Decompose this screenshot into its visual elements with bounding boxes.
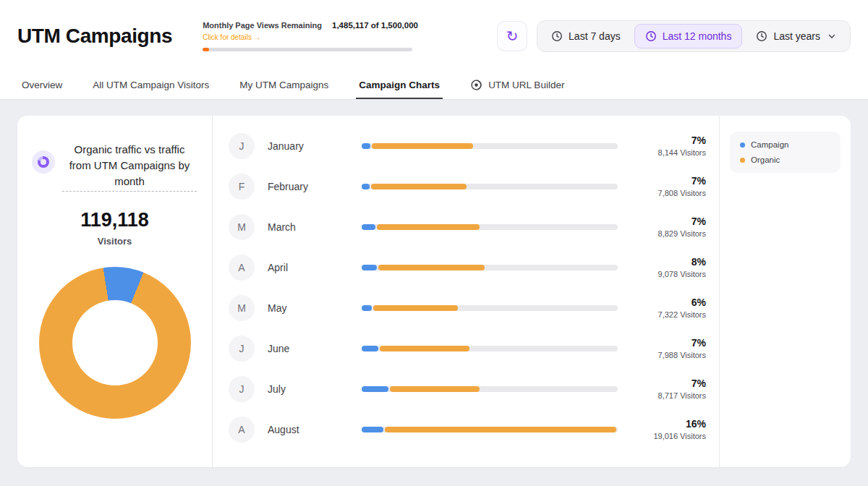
month-percent: 16% xyxy=(631,417,706,431)
tab-label: Overview xyxy=(22,80,62,90)
month-visitors: 9,078 Visitors xyxy=(631,269,706,281)
bar-campaign-segment xyxy=(362,386,388,392)
monthly-bars: J January 7% 8,144 Visitors F February 7… xyxy=(213,116,719,467)
bar-organic-segment xyxy=(372,143,473,149)
month-badge: M xyxy=(229,214,255,240)
month-label: August xyxy=(268,424,349,435)
legend-label: Organic xyxy=(751,155,780,164)
tab[interactable]: UTM URL Builder xyxy=(467,72,567,99)
bar-track xyxy=(362,386,618,392)
bar-track xyxy=(362,427,618,432)
month-stats: 16% 19,016 Visitors xyxy=(631,417,706,443)
bar-track xyxy=(362,305,618,311)
range-group: Last 7 days Last 12 months Last years xyxy=(537,20,851,52)
month-stats: 7% 7,808 Visitors xyxy=(631,174,706,200)
tab-label: My UTM Campaigns xyxy=(239,80,328,90)
bar-organic-segment xyxy=(385,427,616,432)
bar-campaign-segment xyxy=(362,224,375,230)
month-badge: J xyxy=(229,376,255,402)
main-content: Organic traffic vs traffic from UTM Camp… xyxy=(0,100,868,483)
month-label: January xyxy=(268,140,349,152)
utm-url-builder-icon xyxy=(470,79,482,91)
month-visitors: 7,988 Visitors xyxy=(631,350,706,362)
chevron-down-icon xyxy=(827,32,836,40)
summary-column: Organic traffic vs traffic from UTM Camp… xyxy=(17,116,213,467)
tab[interactable]: Campaign Charts xyxy=(356,72,443,99)
tab-label: UTM URL Builder xyxy=(488,80,564,90)
month-row: J June 7% 7,988 Visitors xyxy=(229,328,706,369)
month-badge: J xyxy=(229,133,255,159)
bar-campaign-segment xyxy=(362,346,378,351)
month-visitors: 7,322 Visitors xyxy=(631,310,706,321)
legend-item: Organic xyxy=(740,155,830,164)
month-row: M May 6% 7,322 Visitors xyxy=(229,288,706,328)
bar-campaign-segment xyxy=(362,305,372,311)
month-row: A April 8% 9,078 Visitors xyxy=(229,247,706,288)
month-stats: 7% 8,144 Visitors xyxy=(631,133,706,159)
month-visitors: 19,016 Visitors xyxy=(631,431,706,443)
month-stats: 6% 7,322 Visitors xyxy=(631,295,706,321)
chart-title: Organic traffic vs traffic from UTM Camp… xyxy=(62,142,197,192)
quota-label: Monthly Page Views Remaining xyxy=(203,21,322,30)
bar-track xyxy=(362,143,618,149)
month-percent: 7% xyxy=(631,336,706,350)
tab[interactable]: Overview xyxy=(19,72,65,99)
month-label: February xyxy=(268,181,349,192)
month-label: March xyxy=(268,221,349,233)
month-visitors: 8,829 Visitors xyxy=(631,229,706,240)
month-label: April xyxy=(268,262,349,273)
chart-card: Organic traffic vs traffic from UTM Camp… xyxy=(17,116,851,467)
tab[interactable]: All UTM Campaign Visitors xyxy=(90,72,212,99)
quota-value: 1,485,117 of 1,500,000 xyxy=(332,21,418,30)
total-visitors-label: Visitors xyxy=(17,236,212,247)
refresh-button[interactable]: ↻ xyxy=(498,22,527,51)
month-stats: 7% 7,988 Visitors xyxy=(631,336,706,362)
range-label: Last 7 days xyxy=(569,30,621,42)
month-percent: 6% xyxy=(631,295,706,310)
month-badge: A xyxy=(229,255,255,281)
legend-label: Campaign xyxy=(751,140,788,149)
month-badge: A xyxy=(229,417,255,443)
bar-organic-segment xyxy=(371,184,467,189)
bar-campaign-segment xyxy=(362,184,370,189)
month-stats: 7% 8,829 Visitors xyxy=(631,214,706,240)
month-percent: 7% xyxy=(631,174,706,188)
month-row: F February 7% 7,808 Visitors xyxy=(229,166,706,207)
range-label: Last 12 months xyxy=(663,30,732,42)
month-label: May xyxy=(268,302,349,314)
bar-campaign-segment xyxy=(362,265,377,270)
range-button[interactable]: Last 7 days xyxy=(540,24,631,48)
range-button[interactable]: Last 12 months xyxy=(634,24,743,48)
bar-organic-segment xyxy=(373,305,458,311)
month-row: J January 7% 8,144 Visitors xyxy=(229,126,706,166)
page-views-quota: Monthly Page Views Remaining 1,485,117 o… xyxy=(203,21,420,51)
bar-organic-segment xyxy=(378,265,485,270)
range-button[interactable]: Last years xyxy=(745,24,847,48)
month-row: M March 7% 8,829 Visitors xyxy=(229,207,706,247)
quota-progress-fill xyxy=(203,48,209,51)
month-stats: 8% 9,078 Visitors xyxy=(631,255,706,281)
month-label: July xyxy=(268,383,349,395)
tab-label: All UTM Campaign Visitors xyxy=(93,80,209,90)
bar-organic-segment xyxy=(377,224,480,230)
range-label: Last years xyxy=(773,30,820,42)
bar-track xyxy=(362,184,618,189)
legend-column: Campaign Organic xyxy=(719,116,851,467)
month-visitors: 8,144 Visitors xyxy=(631,148,706,159)
tab[interactable]: My UTM Campaigns xyxy=(237,72,331,99)
month-badge: M xyxy=(229,295,255,321)
page-title: UTM Campaigns xyxy=(17,25,172,48)
month-badge: F xyxy=(229,174,255,200)
month-label: June xyxy=(268,343,349,354)
bar-campaign-segment xyxy=(362,427,383,432)
month-percent: 7% xyxy=(631,376,706,391)
month-percent: 8% xyxy=(631,255,706,269)
bar-track xyxy=(362,346,618,351)
quota-details-link[interactable]: Click for details → xyxy=(203,33,261,41)
month-stats: 7% 8,717 Visitors xyxy=(631,376,706,402)
bar-campaign-segment xyxy=(362,143,370,149)
header: UTM Campaigns Monthly Page Views Remaini… xyxy=(0,0,868,72)
legend-dot xyxy=(740,142,745,148)
month-visitors: 7,808 Visitors xyxy=(631,188,706,200)
chart-legend: Campaign Organic xyxy=(730,132,841,173)
